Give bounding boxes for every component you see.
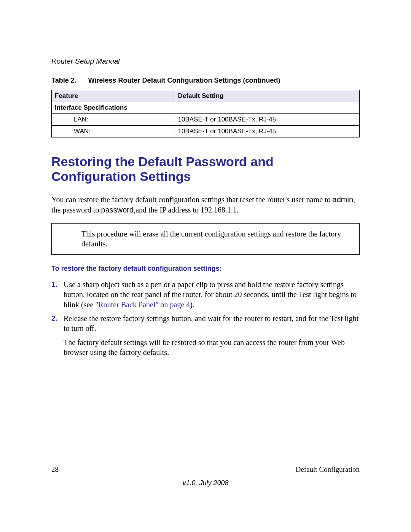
intro-text: ,and the IP address to 192.168.1.1. [134,206,239,214]
table-section-row: Interface Specifications [52,102,360,114]
page-footer: 28 Default Configuration v1.0, July 2008 [51,463,360,487]
literal-password: password [101,206,134,214]
table-indent-cell [52,126,71,137]
intro-text: You can restore the factory default conf… [51,195,333,204]
table-row: WAN: 10BASE-T or 100BASE-Tx, RJ-45 [52,126,360,137]
table-section-label: Interface Specifications [52,102,360,114]
table-cell-value: 10BASE-T or 100BASE-Tx, RJ-45 [175,126,359,137]
col-header-feature: Feature [52,90,175,102]
table-header-row: Feature Default Setting [52,90,360,102]
page-number: 28 [51,465,59,474]
col-header-default: Default Setting [175,90,359,102]
table-cell-feature: WAN: [71,126,175,137]
step-text: ). [190,300,194,309]
intro-paragraph: You can restore the factory default conf… [51,195,360,215]
table-row: LAN: 10BASE-T or 100BASE-Tx, RJ-45 [52,114,360,126]
list-item: Release the restore factory settings but… [51,313,360,334]
result-paragraph: The factory default settings will be res… [64,337,360,358]
document-page: Router Setup Manual Table 2. Wireless Ro… [0,0,411,532]
config-table: Feature Default Setting Interface Specif… [51,90,360,137]
footer-version: v1.0, July 2008 [51,479,360,487]
procedure-sub-heading: To restore the factory default configura… [51,265,360,273]
literal-admin: admin [333,195,353,204]
footer-section-name: Default Configuration [296,465,360,474]
list-item: Use a sharp object such as a pen or a pa… [51,280,360,310]
table-indent-cell [52,114,71,126]
step-text: Release the restore factory settings but… [64,314,358,332]
table-caption-label: Table 2. [51,77,76,85]
running-header: Router Setup Manual [51,57,360,68]
cross-reference-link[interactable]: "Router Back Panel" on page 4 [95,300,190,309]
table-cell-feature: LAN: [71,114,175,126]
table-caption: Table 2. Wireless Router Default Configu… [51,77,360,85]
note-box: This procedure will erase all the curren… [51,223,360,255]
procedure-steps: Use a sharp object such as a pen or a pa… [51,280,360,334]
table-caption-title: Wireless Router Default Configuration Se… [88,77,280,84]
section-heading: Restoring the Default Password and Confi… [51,154,360,184]
note-text: This procedure will erase all the curren… [81,230,341,248]
table-cell-value: 10BASE-T or 100BASE-Tx, RJ-45 [175,114,359,126]
